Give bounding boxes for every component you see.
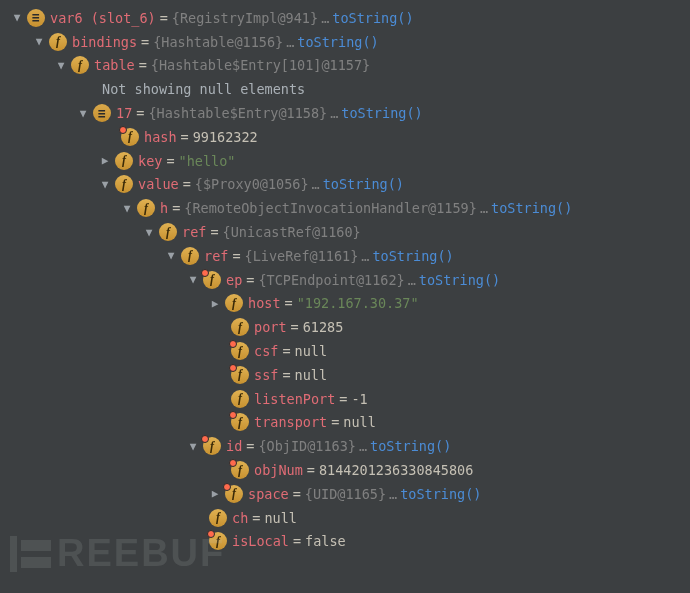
chevron-down-icon[interactable]: [32, 35, 46, 48]
tree-row-entry-17[interactable]: 17 = {Hashtable$Entry@1158} … toString(): [4, 101, 690, 125]
ellipsis: …: [321, 10, 329, 26]
tree-row-host[interactable]: host = "192.167.30.37": [4, 292, 690, 316]
field-icon: [209, 532, 227, 550]
field-icon: [231, 413, 249, 431]
field-icon: [181, 247, 199, 265]
tree-row-ref-unicast[interactable]: ref = {UnicastRef@1160}: [4, 220, 690, 244]
field-icon: [231, 366, 249, 384]
tostring-link[interactable]: toString(): [323, 176, 404, 192]
field-icon: [203, 437, 221, 455]
chevron-down-icon[interactable]: [76, 107, 90, 120]
tree-row-bindings[interactable]: bindings = {Hashtable@1156} … toString(): [4, 30, 690, 54]
var-type: {RegistryImpl@941}: [172, 10, 318, 26]
field-icon: [231, 461, 249, 479]
enum-icon: [27, 9, 45, 27]
tree-row-ep[interactable]: ep = {TCPEndpoint@1162} … toString(): [4, 268, 690, 292]
chevron-right-icon[interactable]: [208, 487, 222, 500]
chevron-down-icon[interactable]: [142, 226, 156, 239]
info-label: Not showing null elements: [102, 81, 305, 97]
field-icon: [203, 271, 221, 289]
tree-row-table[interactable]: table = {Hashtable$Entry[101]@1157}: [4, 54, 690, 78]
chevron-down-icon[interactable]: [98, 178, 112, 191]
field-icon: [71, 56, 89, 74]
tree-row-key[interactable]: key = "hello": [4, 149, 690, 173]
chevron-right-icon[interactable]: [98, 154, 112, 167]
chevron-down-icon[interactable]: [54, 59, 68, 72]
tree-row-listenport[interactable]: listenPort = -1: [4, 387, 690, 411]
tree-row-ch[interactable]: ch = null: [4, 506, 690, 530]
chevron-right-icon[interactable]: [208, 297, 222, 310]
field-icon: [231, 342, 249, 360]
tree-row-value[interactable]: value = {$Proxy0@1056} … toString(): [4, 173, 690, 197]
chevron-down-icon[interactable]: [186, 273, 200, 286]
tree-row-hash[interactable]: hash = 99162322: [4, 125, 690, 149]
chevron-down-icon[interactable]: [10, 11, 24, 24]
var-name: var6 (slot_6): [50, 10, 156, 26]
tostring-link[interactable]: toString(): [372, 248, 453, 264]
field-icon: [231, 318, 249, 336]
chevron-down-icon[interactable]: [164, 249, 178, 262]
tree-row-h[interactable]: h = {RemoteObjectInvocationHandler@1159}…: [4, 196, 690, 220]
field-icon: [225, 485, 243, 503]
chevron-down-icon[interactable]: [186, 440, 200, 453]
enum-icon: [93, 104, 111, 122]
chevron-down-icon[interactable]: [120, 202, 134, 215]
tree-row-port[interactable]: port = 61285: [4, 315, 690, 339]
field-icon: [115, 152, 133, 170]
tree-row-objnum[interactable]: objNum = 8144201236330845806: [4, 458, 690, 482]
field-icon: [49, 33, 67, 51]
field-icon: [225, 294, 243, 312]
tree-row-transport[interactable]: transport = null: [4, 411, 690, 435]
tree-row-ref-live[interactable]: ref = {LiveRef@1161} … toString(): [4, 244, 690, 268]
field-icon: [209, 509, 227, 527]
tostring-link[interactable]: toString(): [332, 10, 413, 26]
tostring-link[interactable]: toString(): [491, 200, 572, 216]
field-icon: [115, 175, 133, 193]
tostring-link[interactable]: toString(): [370, 438, 451, 454]
tree-row-space[interactable]: space = {UID@1165} … toString(): [4, 482, 690, 506]
tree-row-islocal[interactable]: isLocal = false: [4, 530, 690, 554]
tree-row-var6[interactable]: var6 (slot_6) = {RegistryImpl@941} … toS…: [4, 6, 690, 30]
tree-row-nullmsg: Not showing null elements: [4, 77, 690, 101]
tree-row-csf[interactable]: csf = null: [4, 339, 690, 363]
tree-row-ssf[interactable]: ssf = null: [4, 363, 690, 387]
tostring-link[interactable]: toString(): [419, 272, 500, 288]
tree-row-id[interactable]: id = {ObjID@1163} … toString(): [4, 434, 690, 458]
field-icon: [137, 199, 155, 217]
tostring-link[interactable]: toString(): [297, 34, 378, 50]
field-icon: [159, 223, 177, 241]
field-icon: [121, 128, 139, 146]
tostring-link[interactable]: toString(): [341, 105, 422, 121]
tostring-link[interactable]: toString(): [400, 486, 481, 502]
field-icon: [231, 390, 249, 408]
